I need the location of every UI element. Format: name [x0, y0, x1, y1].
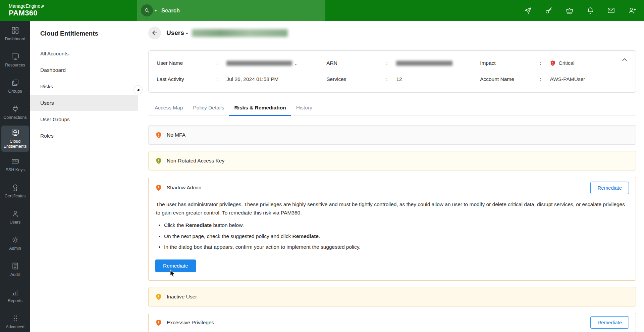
tab-risks-remediation[interactable]: Risks & Remediation	[229, 101, 291, 116]
risk-card-non-rotated-access-key[interactable]: Non-Rotated Access Key	[148, 151, 636, 171]
leaf-icon	[41, 5, 44, 8]
send-icon[interactable]	[524, 6, 532, 14]
risk-card-excessive-privileges[interactable]: Excessive Privileges Remediate	[148, 313, 636, 332]
add-user-icon[interactable]	[628, 6, 636, 14]
subsidebar-item-users[interactable]: Users	[30, 95, 138, 111]
sidebar-item-label: Reports	[8, 298, 22, 303]
admin-icon	[11, 236, 19, 244]
sidebar-item-label: Cloud Entitlements	[1, 139, 29, 149]
sidebar-item-label: Audit	[10, 272, 20, 277]
field-user-name: User Name : ..	[157, 60, 326, 66]
risk-title: Non-Rotated Access Key	[167, 158, 224, 164]
field-last-activity: Last Activity : Jul 26, 2024 01:58 PM	[157, 76, 326, 82]
sidebar-item-reports[interactable]: Reports	[1, 283, 29, 309]
risk-title: Inactive User	[167, 294, 197, 300]
sidebar-item-cloud-entitlements[interactable]: Cloud Entitlements	[1, 126, 29, 152]
page-header: Users -	[148, 26, 636, 40]
field-colon: :	[386, 76, 387, 82]
subsidebar-title: Cloud Entitlements	[30, 21, 138, 45]
subsidebar-item-risks[interactable]: Risks	[30, 78, 138, 95]
field-colon: :	[540, 60, 541, 66]
field-colon: :	[386, 60, 387, 66]
tab-policy-details[interactable]: Policy Details	[188, 101, 229, 116]
sidebar-item-admin[interactable]: Admin	[1, 230, 29, 256]
warning-shield-icon	[155, 157, 162, 164]
truncation-dots: ..	[295, 60, 298, 66]
risk-card-inactive-user[interactable]: Inactive User	[148, 287, 636, 306]
remediation-step: On the next page, check the suggested po…	[164, 233, 629, 240]
sidebar-item-resources[interactable]: Resources	[1, 47, 29, 73]
chevron-down-icon[interactable]: ▾	[155, 9, 157, 12]
crown-icon[interactable]	[566, 6, 574, 14]
field-impact: Impact : Critical	[480, 60, 626, 66]
topbar: ManageEngine PAM360 ▾	[0, 0, 644, 21]
search-scope-button[interactable]	[141, 4, 153, 16]
field-label: Impact	[480, 60, 540, 66]
field-label: User Name	[157, 60, 216, 66]
field-value: Critical	[550, 60, 574, 66]
sidebar-item-label: Groups	[8, 89, 22, 94]
services-value: 12	[396, 76, 402, 82]
back-button[interactable]	[148, 27, 161, 39]
bell-icon[interactable]	[586, 6, 594, 14]
sidebar-item-label: Advanced	[6, 325, 24, 329]
ssh-keys-icon: SSH	[11, 157, 19, 165]
step-text: button below.	[212, 222, 244, 228]
sidebar-item-label: Admin	[9, 246, 21, 251]
remediate-button-primary[interactable]: Remediate	[155, 259, 196, 272]
brand-pam360-text: PAM360	[9, 9, 137, 17]
step-text-bold: Remediate	[292, 233, 319, 239]
sidebar-item-audit[interactable]: Audit	[1, 256, 29, 283]
key-icon[interactable]	[545, 6, 553, 14]
risk-card-header[interactable]: Shadow Admin Remediate	[155, 177, 629, 198]
risk-list: No MFA Non-Rotated Access Key Shadow Adm…	[148, 125, 636, 332]
step-text-bold: Remediate	[185, 222, 212, 228]
last-activity-value: Jul 26, 2024 01:58 PM	[226, 76, 278, 82]
advanced-icon	[11, 314, 19, 323]
field-account-name: Account Name : AWS-PAMUser	[480, 76, 626, 82]
resources-icon	[11, 52, 19, 61]
primary-sidebar: Dashboard Resources Groups Connections C…	[0, 21, 30, 332]
subsidebar-item-roles[interactable]: Roles	[30, 128, 138, 144]
risk-title: Excessive Privileges	[167, 320, 214, 326]
sidebar-collapse-toggle[interactable]: ◀	[133, 85, 143, 94]
field-value	[396, 61, 452, 66]
audit-icon	[11, 262, 19, 270]
remediate-action-area: Remediate	[155, 259, 196, 272]
groups-icon	[11, 79, 19, 87]
remediate-button-outline[interactable]: Remediate	[590, 316, 629, 329]
remediate-button-outline[interactable]: Remediate	[590, 182, 629, 194]
search-icon	[144, 7, 150, 13]
redacted-arn	[396, 61, 452, 66]
mail-icon[interactable]	[607, 6, 615, 14]
sidebar-item-groups[interactable]: Groups	[1, 73, 29, 99]
brand-logo[interactable]: ManageEngine PAM360	[0, 4, 137, 17]
sidebar-item-advanced[interactable]: Advanced	[1, 309, 29, 332]
field-colon: :	[540, 76, 541, 82]
risk-card-no-mfa[interactable]: No MFA	[148, 125, 636, 145]
sidebar-item-certificates[interactable]: Certificates	[1, 178, 29, 204]
brand-manageengine-text: ManageEngine	[9, 4, 40, 9]
sidebar-item-connections[interactable]: Connections	[1, 99, 29, 126]
step-text: In the dialog box that appears, confirm …	[164, 244, 361, 250]
tab-access-map[interactable]: Access Map	[150, 101, 188, 116]
sidebar-item-users[interactable]: Users	[1, 204, 29, 230]
subsidebar-item-dashboard[interactable]: Dashboard	[30, 62, 138, 78]
sidebar-item-label: Dashboard	[5, 37, 25, 41]
field-services: Services : 12	[326, 76, 480, 82]
subsidebar-item-user-groups[interactable]: User Groups	[30, 111, 138, 128]
certificates-icon	[11, 183, 19, 192]
risk-title: No MFA	[167, 132, 185, 138]
collapse-summary-button[interactable]	[621, 56, 628, 64]
critical-shield-icon	[550, 60, 556, 66]
step-text: .	[319, 233, 320, 239]
impact-value-text: Critical	[558, 60, 574, 66]
sidebar-item-ssh-keys[interactable]: SSH SSH Keys	[1, 152, 29, 178]
sidebar-item-dashboard[interactable]: Dashboard	[1, 21, 29, 47]
subsidebar-item-all-accounts[interactable]: All Accounts	[30, 45, 138, 62]
global-search[interactable]: ▾	[137, 0, 325, 21]
tab-history[interactable]: History	[291, 101, 317, 116]
chevron-left-icon: ◀	[137, 88, 140, 92]
reports-icon	[11, 288, 19, 296]
search-input[interactable]	[161, 7, 302, 14]
